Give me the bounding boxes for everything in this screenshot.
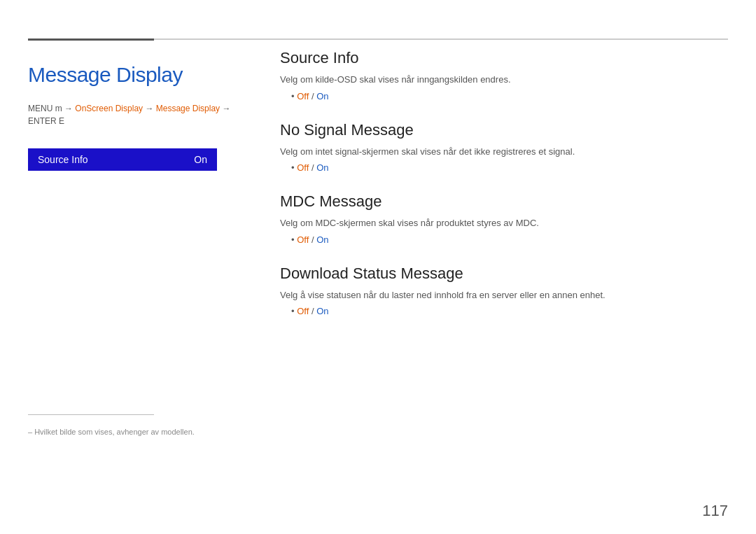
option-list-no-signal-message: Off / On: [280, 162, 728, 173]
option-list-source-info: Off / On: [280, 91, 728, 101]
menu-item-label: Source Info: [38, 154, 88, 165]
breadcrumb-prefix: MENU m →: [28, 104, 75, 113]
separator-download-status-message: /: [309, 306, 316, 316]
on-label-download-status-message: On: [316, 306, 328, 316]
section-title-mdc-message: MDC Message: [280, 192, 728, 211]
on-label-source-info: On: [316, 91, 328, 101]
footnote-divider: [28, 414, 154, 415]
breadcrumb-link2[interactable]: Message Display: [156, 104, 220, 113]
section-desc-source-info: Velg om kilde-OSD skal vises når inngang…: [280, 73, 728, 87]
off-label-source-info: Off: [297, 91, 309, 101]
section-desc-no-signal-message: Velg om intet signal-skjermen skal vises…: [280, 145, 728, 159]
breadcrumb-arrow1: →: [143, 104, 156, 113]
left-panel: Message Display MENU m → OnScreen Displa…: [28, 49, 259, 506]
on-label-no-signal-message: On: [316, 162, 328, 173]
option-list-mdc-message: Off / On: [280, 234, 728, 245]
option-off-on-no-signal-message: Off / On: [291, 162, 728, 173]
menu-item-source-info[interactable]: Source Info On: [28, 148, 217, 171]
page-number: 117: [702, 502, 728, 520]
breadcrumb-link1[interactable]: OnScreen Display: [75, 104, 143, 113]
off-label-download-status-message: Off: [297, 306, 309, 316]
off-label-mdc-message: Off: [297, 234, 309, 245]
off-label-no-signal-message: Off: [297, 162, 309, 173]
option-off-on-download-status-message: Off / On: [291, 306, 728, 316]
breadcrumb: MENU m → OnScreen Display → Message Disp…: [28, 102, 259, 127]
option-list-download-status-message: Off / On: [280, 306, 728, 316]
section-source-info: Source Info Velg om kilde-OSD skal vises…: [280, 49, 728, 101]
page-title: Message Display: [28, 63, 259, 87]
menu-item-value: On: [194, 154, 207, 165]
option-off-on-mdc-message: Off / On: [291, 234, 728, 245]
separator-no-signal-message: /: [309, 162, 316, 173]
section-desc-mdc-message: Velg om MDC-skjermen skal vises når prod…: [280, 216, 728, 230]
separator-source-info: /: [309, 91, 316, 101]
footnote-text: – Hvilket bilde som vises, avhenger av m…: [28, 428, 195, 436]
top-accent-line: [28, 38, 154, 41]
section-title-no-signal-message: No Signal Message: [280, 121, 728, 139]
section-mdc-message: MDC Message Velg om MDC-skjermen skal vi…: [280, 192, 728, 245]
section-title-download-status-message: Download Status Message: [280, 265, 728, 283]
right-panel: Source Info Velg om kilde-OSD skal vises…: [280, 49, 728, 506]
section-download-status-message: Download Status Message Velg å vise stat…: [280, 265, 728, 317]
section-desc-download-status-message: Velg å vise statusen når du laster ned i…: [280, 288, 728, 302]
on-label-mdc-message: On: [316, 234, 328, 245]
option-off-on-source-info: Off / On: [291, 91, 728, 101]
separator-mdc-message: /: [309, 234, 316, 245]
section-title-source-info: Source Info: [280, 49, 728, 67]
section-no-signal-message: No Signal Message Velg om intet signal-s…: [280, 121, 728, 174]
